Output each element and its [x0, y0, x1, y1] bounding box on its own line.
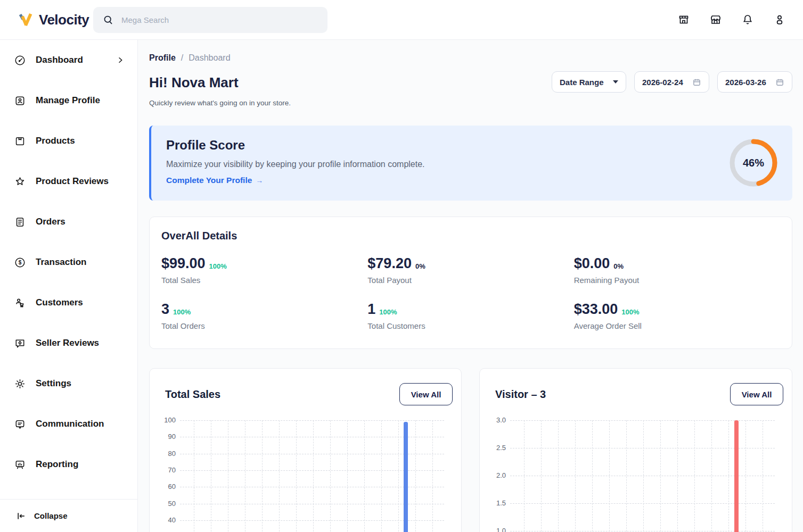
sidebar-item-label: Reporting	[36, 459, 78, 470]
gridline-vertical	[194, 420, 194, 532]
dashboard-gauge-icon	[14, 54, 26, 66]
gridline-vertical	[296, 420, 297, 532]
breadcrumb-separator: /	[181, 53, 183, 63]
sidebar-item-label: Manage Profile	[36, 95, 100, 106]
chart-title: Total Sales	[165, 388, 220, 401]
sidebar-item-settings[interactable]: Settings	[0, 363, 137, 404]
stat-value: $99.00	[161, 256, 206, 271]
y-axis-tick: 2.0	[484, 471, 506, 479]
gridline-vertical	[763, 420, 763, 532]
complete-profile-link-label: Complete Your Profile	[166, 176, 252, 185]
visitor-chart-card: Visitor – 3 View All 3.02.52.01.51.00.50…	[479, 368, 792, 532]
gridline-vertical	[745, 420, 746, 532]
y-axis-tick: 1.0	[484, 527, 506, 532]
order-list-icon	[14, 216, 26, 228]
account-user-icon[interactable]	[773, 13, 786, 26]
header-action-icons	[677, 13, 803, 26]
gridline-vertical	[524, 420, 525, 532]
y-axis-tick: 100	[153, 416, 176, 424]
sidebar-item-product-reviews[interactable]: Product Reviews	[0, 161, 137, 202]
notifications-bell-icon[interactable]	[741, 13, 754, 26]
sidebar-item-transaction[interactable]: $Transaction	[0, 242, 137, 282]
end-date-value: 2026-03-26	[725, 78, 766, 87]
sidebar-item-dashboard[interactable]: Dashboard	[0, 40, 137, 80]
stat-value: $33.00	[574, 302, 618, 317]
main-content: Profile / Dashboard Hi! Nova Mart Quickl…	[138, 40, 803, 532]
stat-percent: 0%	[613, 262, 624, 271]
sidebar-item-communication[interactable]: Communication	[0, 404, 137, 444]
profile-score-card: Profile Score Maximize your visibility b…	[149, 126, 792, 201]
breadcrumb-profile[interactable]: Profile	[149, 53, 176, 63]
sidebar-item-orders[interactable]: Orders	[0, 202, 137, 242]
gridline-vertical	[643, 420, 644, 532]
y-axis-tick: 50	[153, 500, 176, 508]
stat-total-sales: $99.00 100% Total Sales	[161, 256, 367, 285]
overall-details-card: OverAll Details $99.00 100% Total Sales …	[149, 217, 792, 349]
sidebar-item-label: Settings	[36, 378, 71, 389]
page-subtitle: Quickly review what's going on in your s…	[149, 99, 792, 107]
stat-label: Total Customers	[367, 321, 573, 330]
stat-label: Remaining Payout	[574, 276, 780, 285]
sidebar-nav: DashboardManage ProfileProductsProduct R…	[0, 40, 137, 485]
stat-average-order-sell: $33.00 100% Average Order Sell	[574, 302, 780, 330]
view-all-button[interactable]: View All	[399, 383, 453, 405]
y-axis-tick: 1.5	[484, 499, 506, 507]
gridline-horizontal	[180, 420, 444, 421]
svg-text:$: $	[19, 260, 22, 265]
sidebar-collapse-button[interactable]: Collapse	[0, 499, 137, 532]
sidebar-item-reporting[interactable]: Reporting	[0, 444, 137, 485]
visitor-bar	[734, 420, 739, 532]
customer-cart-icon	[14, 297, 26, 309]
gridline-vertical	[575, 420, 576, 532]
sidebar-item-label: Customers	[36, 297, 83, 308]
total-sales-bar	[404, 422, 408, 532]
top-header: Velocity	[0, 0, 803, 40]
breadcrumb-dashboard: Dashboard	[189, 53, 230, 63]
gridline-vertical	[711, 420, 712, 532]
search-input[interactable]	[121, 15, 302, 24]
sidebar-item-manage-profile[interactable]: Manage Profile	[0, 80, 137, 121]
total-sales-plot: 1009080706050403020100	[180, 420, 444, 532]
arrow-right-icon: →	[256, 176, 263, 185]
complete-profile-link[interactable]: Complete Your Profile →	[166, 176, 263, 185]
y-axis-tick: 60	[153, 483, 176, 491]
gridline-vertical	[262, 420, 263, 532]
sidebar-item-seller-reviews[interactable]: Seller Reviews	[0, 323, 137, 363]
y-axis-tick: 2.5	[484, 444, 506, 452]
sidebar-item-label: Products	[36, 136, 75, 146]
start-date-input[interactable]: 2026-02-24	[634, 71, 709, 93]
global-search	[93, 7, 327, 33]
gridline-vertical	[211, 420, 211, 532]
sidebar-item-label: Transaction	[36, 257, 86, 268]
package-icon	[14, 135, 26, 147]
gridline-vertical	[313, 420, 314, 532]
gridline-vertical	[347, 420, 348, 532]
date-controls: Date Range 2026-02-24 2026-03-26	[552, 71, 792, 93]
visitor-plot: 3.02.52.01.51.00.50.0	[510, 420, 775, 532]
stat-value: 3	[161, 302, 169, 317]
chat-bubble-icon	[14, 418, 26, 430]
stat-percent: 100%	[173, 308, 191, 317]
sidebar-item-customers[interactable]: Customers	[0, 282, 137, 323]
stat-label: Average Order Sell	[574, 321, 780, 330]
sidebar-item-products[interactable]: Products	[0, 121, 137, 161]
calendar-icon	[692, 78, 701, 87]
gridline-vertical	[279, 420, 280, 532]
sidebar-item-label: Seller Reviews	[36, 338, 99, 348]
gridline-vertical	[432, 420, 433, 532]
view-all-button[interactable]: View All	[730, 383, 783, 405]
date-range-label: Date Range	[560, 78, 604, 87]
gridline-vertical	[660, 420, 661, 532]
stat-label: Total Sales	[161, 276, 367, 285]
gridline-vertical	[677, 420, 678, 532]
chevron-down-icon	[613, 80, 618, 84]
breadcrumb: Profile / Dashboard	[149, 53, 792, 63]
shop-icon[interactable]	[709, 13, 722, 26]
sidebar-item-label: Communication	[36, 419, 104, 429]
date-range-dropdown[interactable]: Date Range	[552, 71, 626, 93]
stat-total-orders: 3 100% Total Orders	[161, 302, 367, 330]
brand-logo[interactable]: Velocity	[0, 12, 92, 28]
storefront-icon[interactable]	[677, 13, 690, 26]
start-date-value: 2026-02-24	[642, 78, 683, 87]
end-date-input[interactable]: 2026-03-26	[717, 71, 792, 93]
